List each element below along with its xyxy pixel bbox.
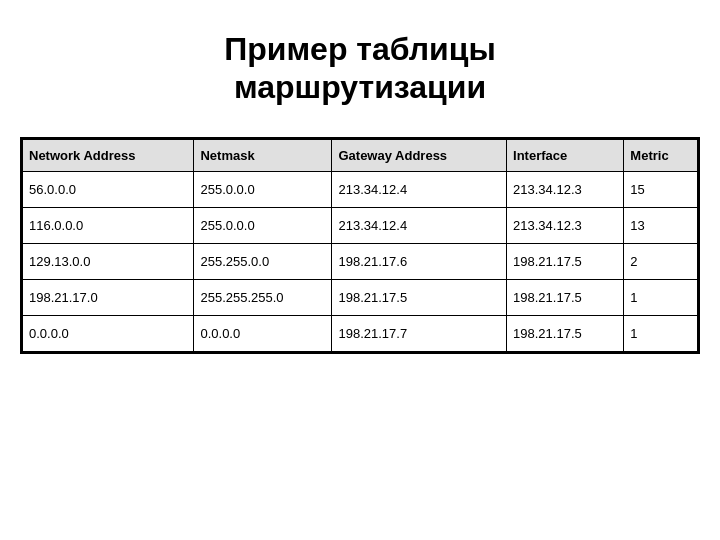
cell-metric: 1 [624,315,698,351]
col-header-netmask: Netmask [194,139,332,171]
cell-gateway_address: 198.21.17.5 [332,279,507,315]
cell-network_address: 198.21.17.0 [23,279,194,315]
col-header-interface: Interface [507,139,624,171]
cell-netmask: 0.0.0.0 [194,315,332,351]
cell-gateway_address: 198.21.17.7 [332,315,507,351]
cell-netmask: 255.255.0.0 [194,243,332,279]
routing-table: Network AddressNetmaskGateway AddressInt… [22,139,698,352]
cell-metric: 13 [624,207,698,243]
cell-metric: 15 [624,171,698,207]
table-body: 56.0.0.0255.0.0.0213.34.12.4213.34.12.31… [23,171,698,351]
cell-network_address: 56.0.0.0 [23,171,194,207]
col-header-network_address: Network Address [23,139,194,171]
cell-gateway_address: 198.21.17.6 [332,243,507,279]
table-row: 116.0.0.0255.0.0.0213.34.12.4213.34.12.3… [23,207,698,243]
cell-gateway_address: 213.34.12.4 [332,207,507,243]
table-row: 56.0.0.0255.0.0.0213.34.12.4213.34.12.31… [23,171,698,207]
cell-interface: 198.21.17.5 [507,243,624,279]
cell-gateway_address: 213.34.12.4 [332,171,507,207]
table-row: 198.21.17.0255.255.255.0198.21.17.5198.2… [23,279,698,315]
table-row: 0.0.0.00.0.0.0198.21.17.7198.21.17.51 [23,315,698,351]
routing-table-container: Network AddressNetmaskGateway AddressInt… [20,137,700,354]
cell-interface: 213.34.12.3 [507,207,624,243]
cell-interface: 213.34.12.3 [507,171,624,207]
cell-netmask: 255.0.0.0 [194,207,332,243]
table-row: 129.13.0.0255.255.0.0198.21.17.6198.21.1… [23,243,698,279]
cell-metric: 1 [624,279,698,315]
cell-netmask: 255.255.255.0 [194,279,332,315]
col-header-metric: Metric [624,139,698,171]
cell-netmask: 255.0.0.0 [194,171,332,207]
cell-network_address: 0.0.0.0 [23,315,194,351]
cell-network_address: 129.13.0.0 [23,243,194,279]
table-header-row: Network AddressNetmaskGateway AddressInt… [23,139,698,171]
cell-network_address: 116.0.0.0 [23,207,194,243]
cell-interface: 198.21.17.5 [507,279,624,315]
cell-metric: 2 [624,243,698,279]
page-title: Пример таблицы маршрутизации [224,30,496,107]
col-header-gateway_address: Gateway Address [332,139,507,171]
cell-interface: 198.21.17.5 [507,315,624,351]
